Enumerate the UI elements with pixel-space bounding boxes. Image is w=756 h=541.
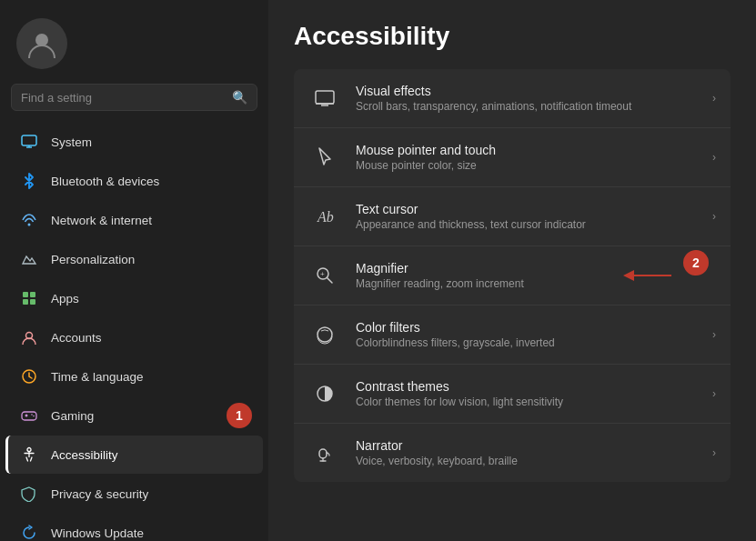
settings-item-contrast-themes[interactable]: Contrast themes Color themes for low vis… — [294, 365, 731, 424]
settings-item-visual-effects[interactable]: Visual effects Scroll bars, transparency… — [294, 69, 731, 128]
settings-subtitle: Scroll bars, transparency, animations, n… — [356, 100, 712, 113]
settings-item-magnifier[interactable]: + Magnifier Magnifier reading, zoom incr… — [294, 246, 731, 306]
text-cursor-icon: Ab — [308, 200, 341, 233]
search-input[interactable] — [21, 91, 232, 105]
settings-subtitle: Magnifier reading, zoom increment — [356, 277, 621, 290]
sidebar-item-network[interactable]: Network & internet — [5, 201, 263, 239]
narrator-icon — [308, 436, 341, 469]
sidebar-item-label: System — [51, 135, 92, 149]
svg-point-17 — [27, 448, 31, 452]
privacy-icon — [18, 483, 40, 505]
settings-subtitle: Color themes for low vision, light sensi… — [356, 396, 712, 408]
sidebar-item-label: Bluetooth & devices — [51, 175, 159, 188]
settings-item-narrator[interactable]: Narrator Voice, verbosity, keyboard, bra… — [294, 424, 731, 482]
svg-point-15 — [31, 414, 33, 416]
svg-text:+: + — [320, 270, 325, 278]
chevron-right-icon: › — [712, 151, 716, 164]
svg-line-24 — [328, 278, 333, 284]
settings-text-contrast: Contrast themes Color themes for low vis… — [356, 379, 712, 408]
settings-item-color-filters[interactable]: Color filters Colorblindness filters, gr… — [294, 306, 731, 365]
svg-rect-7 — [23, 299, 28, 305]
sidebar-item-label: Personalization — [51, 253, 135, 266]
color-filters-icon — [308, 318, 341, 351]
network-icon — [18, 209, 40, 231]
system-icon — [18, 131, 40, 153]
sidebar: 🔍 System Bluetooth & devices — [0, 0, 268, 541]
chevron-right-icon: › — [712, 446, 716, 459]
sidebar-item-personalization[interactable]: Personalization — [5, 240, 263, 278]
sidebar-item-accounts[interactable]: Accounts — [5, 318, 263, 356]
sidebar-item-label: Network & internet — [51, 214, 152, 227]
settings-subtitle: Colorblindness filters, grayscale, inver… — [356, 336, 712, 349]
settings-text-color-filters: Color filters Colorblindness filters, gr… — [356, 320, 712, 349]
settings-text-cursor: Text cursor Appearance and thickness, te… — [356, 202, 712, 231]
settings-subtitle: Voice, verbosity, keyboard, braille — [356, 455, 712, 467]
svg-point-0 — [35, 34, 48, 46]
settings-title: Mouse pointer and touch — [356, 143, 712, 157]
annotation-badge-2: 2 — [683, 250, 709, 276]
mouse-pointer-icon — [308, 141, 341, 174]
settings-subtitle: Mouse pointer color, size — [356, 159, 712, 172]
sidebar-item-accessibility[interactable]: Accessibility — [5, 436, 263, 474]
settings-item-mouse-pointer[interactable]: Mouse pointer and touch Mouse pointer co… — [294, 128, 731, 187]
sidebar-item-system[interactable]: System — [5, 123, 263, 161]
settings-title: Magnifier — [356, 261, 621, 276]
settings-subtitle: Appearance and thickness, text cursor in… — [356, 218, 712, 231]
svg-rect-19 — [316, 91, 334, 104]
sidebar-item-windows-update[interactable]: Windows Update — [5, 514, 263, 541]
chevron-right-icon: › — [712, 92, 716, 105]
sidebar-item-bluetooth[interactable]: Bluetooth & devices — [5, 162, 263, 200]
settings-text-magnifier: Magnifier Magnifier reading, zoom increm… — [356, 261, 621, 290]
nav-list: System Bluetooth & devices Network & int… — [0, 122, 268, 541]
sidebar-item-privacy[interactable]: Privacy & security — [5, 475, 263, 513]
svg-rect-1 — [22, 135, 36, 145]
annotation-badge-1: 1 — [227, 403, 252, 428]
sidebar-item-label: Gaming — [51, 409, 94, 423]
settings-text-narrator: Narrator Voice, verbosity, keyboard, bra… — [356, 438, 712, 467]
sidebar-item-time[interactable]: Time & language — [5, 357, 263, 396]
settings-item-text-cursor[interactable]: Ab Text cursor Appearance and thickness,… — [294, 187, 731, 246]
arrow-annotation — [621, 266, 676, 285]
settings-title: Narrator — [356, 438, 712, 453]
page-title: Accessibility — [294, 22, 731, 51]
svg-point-4 — [28, 224, 31, 226]
visual-effects-icon — [308, 82, 341, 115]
settings-title: Visual effects — [356, 84, 712, 98]
svg-rect-8 — [30, 299, 35, 305]
settings-title: Text cursor — [356, 202, 712, 216]
magnifier-icon: + — [308, 259, 341, 292]
sidebar-item-apps[interactable]: Apps — [5, 279, 263, 317]
sidebar-item-label: Accounts — [51, 331, 102, 345]
personalization-icon — [18, 248, 40, 270]
accounts-icon — [18, 326, 40, 348]
sidebar-item-label: Privacy & security — [51, 487, 148, 501]
update-icon — [18, 522, 40, 541]
search-icon: 🔍 — [232, 90, 247, 105]
main-content: Accessibility Visual effects Scroll bars… — [268, 0, 756, 541]
settings-text-mouse: Mouse pointer and touch Mouse pointer co… — [356, 143, 712, 172]
accessibility-icon — [18, 444, 40, 466]
sidebar-item-label: Accessibility — [51, 448, 118, 462]
time-icon — [18, 366, 40, 387]
search-box[interactable]: 🔍 — [11, 84, 257, 111]
sidebar-item-label: Time & language — [51, 370, 144, 384]
settings-list: Visual effects Scroll bars, transparency… — [294, 69, 731, 482]
sidebar-item-label: Windows Update — [51, 526, 144, 540]
chevron-right-icon: › — [712, 387, 716, 400]
sidebar-item-label: Apps — [51, 292, 79, 306]
svg-rect-29 — [319, 449, 327, 458]
contrast-icon — [308, 377, 341, 410]
settings-title: Color filters — [356, 320, 712, 335]
gaming-icon — [18, 405, 40, 426]
sidebar-item-gaming[interactable]: Gaming 1 — [5, 396, 263, 435]
settings-text-visual-effects: Visual effects Scroll bars, transparency… — [356, 84, 712, 113]
chevron-right-icon: › — [712, 210, 716, 223]
chevron-right-icon: › — [712, 328, 716, 341]
avatar[interactable] — [16, 18, 67, 69]
svg-rect-6 — [30, 292, 35, 297]
settings-title: Contrast themes — [356, 379, 712, 394]
apps-icon — [18, 287, 40, 309]
svg-rect-5 — [23, 292, 28, 297]
svg-point-16 — [33, 416, 35, 417]
svg-text:Ab: Ab — [317, 209, 334, 225]
